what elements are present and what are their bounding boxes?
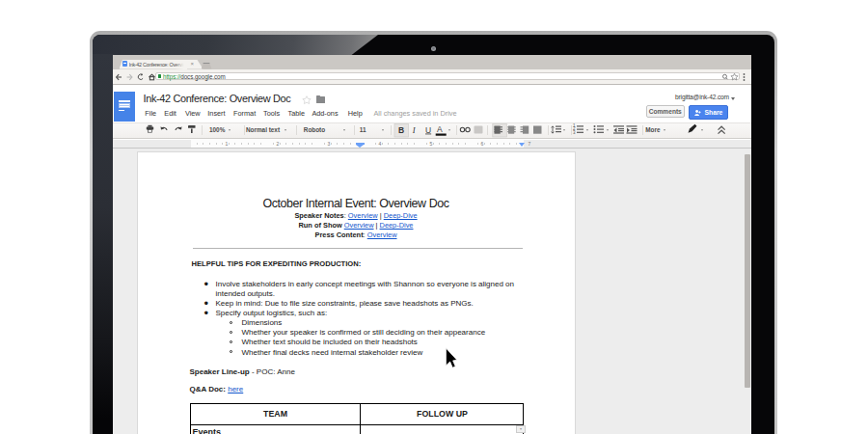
svg-text:3: 3 [573, 129, 576, 134]
svg-text:U: U [425, 124, 431, 134]
svg-text:B: B [398, 124, 404, 134]
svg-text:A: A [437, 124, 443, 134]
svg-text:I: I [412, 124, 417, 134]
